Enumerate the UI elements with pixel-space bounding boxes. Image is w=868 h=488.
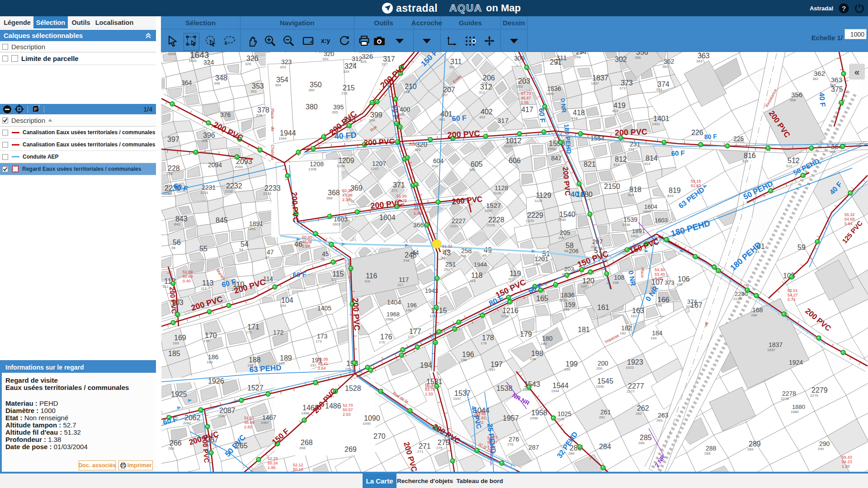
svg-text:276: 276 <box>509 436 519 443</box>
svg-text:1527: 1527 <box>247 384 264 392</box>
svg-text:1837: 1837 <box>769 341 783 348</box>
svg-text:605: 605 <box>469 168 476 172</box>
svg-text:228: 228 <box>168 164 180 172</box>
svg-text:50.57: 50.57 <box>343 408 353 412</box>
svg-text:231: 231 <box>628 147 635 151</box>
svg-text:48.06: 48.06 <box>302 239 312 244</box>
svg-text:52.12: 52.12 <box>293 463 303 467</box>
svg-text:1603: 1603 <box>332 222 340 226</box>
svg-text:49: 49 <box>482 253 486 258</box>
svg-text:197: 197 <box>489 368 495 372</box>
svg-text:40 F: 40 F <box>570 190 586 199</box>
svg-text:2232: 2232 <box>226 182 242 190</box>
svg-text:1643: 1643 <box>189 59 197 63</box>
svg-text:1545: 1545 <box>597 377 613 385</box>
svg-text:0.40: 0.40 <box>183 279 191 283</box>
svg-text:59: 59 <box>797 244 806 251</box>
svg-text:261: 261 <box>599 415 605 419</box>
svg-text:176: 176 <box>380 333 392 341</box>
svg-text:51: 51 <box>541 257 545 261</box>
svg-text:200: 200 <box>598 360 609 367</box>
svg-text:116: 116 <box>366 272 377 280</box>
svg-text:1544: 1544 <box>551 389 559 393</box>
svg-text:1891: 1891 <box>249 220 263 227</box>
svg-text:291: 291 <box>550 58 562 66</box>
svg-text:80 F: 80 F <box>704 133 717 141</box>
svg-text:Rue: Rue <box>409 142 417 146</box>
svg-text:326: 326 <box>362 52 373 60</box>
svg-text:45: 45 <box>322 250 329 258</box>
svg-text:2094: 2094 <box>208 161 222 169</box>
svg-text:54.77: 54.77 <box>487 436 498 440</box>
svg-text:845: 845 <box>216 216 228 224</box>
svg-text:812: 812 <box>613 163 620 167</box>
svg-text:2232: 2232 <box>225 189 233 193</box>
svg-text:399: 399 <box>370 111 382 119</box>
svg-text:417: 417 <box>521 106 533 113</box>
svg-text:200 PVC: 200 PVC <box>351 298 362 331</box>
svg-text:53.40: 53.40 <box>655 272 665 277</box>
svg-text:55.32: 55.32 <box>844 212 855 217</box>
svg-text:46.67: 46.67 <box>521 96 531 100</box>
svg-text:371: 371 <box>393 181 405 189</box>
svg-text:58: 58 <box>564 249 568 253</box>
svg-text:0 NR: 0 NR <box>559 98 568 113</box>
svg-text:207: 207 <box>443 86 455 94</box>
svg-text:263: 263 <box>656 418 663 422</box>
svg-text:51.09: 51.09 <box>183 270 193 274</box>
svg-text:119: 119 <box>509 270 521 277</box>
svg-text:1.38: 1.38 <box>414 211 422 216</box>
svg-text:324: 324 <box>203 59 214 66</box>
svg-text:43: 43 <box>441 256 445 260</box>
svg-text:348: 348 <box>214 81 220 85</box>
svg-text:166: 166 <box>656 303 662 307</box>
svg-text:176: 176 <box>379 340 385 344</box>
svg-text:1012: 1012 <box>504 144 512 148</box>
svg-text:106: 106 <box>676 282 683 286</box>
svg-text:1880: 1880 <box>791 410 799 414</box>
svg-text:1957: 1957 <box>503 414 519 422</box>
svg-text:843: 843 <box>174 222 180 226</box>
svg-text:60 F: 60 F <box>452 114 467 122</box>
svg-text:181: 181 <box>578 326 590 333</box>
svg-text:1553: 1553 <box>547 147 556 151</box>
svg-text:2279: 2279 <box>811 386 828 394</box>
svg-text:400: 400 <box>400 106 410 113</box>
svg-text:1544: 1544 <box>552 382 569 389</box>
svg-text:814: 814 <box>646 155 658 162</box>
svg-text:177: 177 <box>409 328 421 335</box>
svg-text:362: 362 <box>664 58 675 65</box>
svg-text:182: 182 <box>620 331 626 335</box>
svg-text:2231: 2231 <box>200 191 208 195</box>
svg-text:194: 194 <box>420 361 432 369</box>
svg-text:373: 373 <box>621 79 633 87</box>
svg-text:395: 395 <box>332 110 338 114</box>
svg-text:317: 317 <box>383 55 395 63</box>
svg-text:1891: 1891 <box>631 234 639 238</box>
svg-text:1025: 1025 <box>556 417 564 421</box>
svg-text:261: 261 <box>600 408 611 416</box>
svg-text:819: 819 <box>669 187 681 194</box>
svg-text:1129: 1129 <box>534 199 542 203</box>
svg-text:163: 163 <box>632 307 644 314</box>
svg-text:378: 378 <box>256 113 262 117</box>
svg-text:50.36: 50.36 <box>342 188 353 193</box>
svg-text:402: 402 <box>481 108 493 116</box>
svg-text:1207: 1207 <box>371 167 379 171</box>
svg-text:1836: 1836 <box>561 291 575 299</box>
svg-text:2278: 2278 <box>781 397 789 401</box>
svg-text:1538: 1538 <box>496 385 513 392</box>
svg-text:50.10: 50.10 <box>293 467 303 472</box>
svg-text:290: 290 <box>818 447 824 451</box>
svg-text:1836: 1836 <box>547 85 561 92</box>
svg-text:419: 419 <box>612 109 618 113</box>
svg-text:364: 364 <box>830 150 836 154</box>
svg-text:1209: 1209 <box>338 157 354 164</box>
svg-text:816: 816 <box>742 159 749 163</box>
svg-text:302: 302 <box>615 56 627 63</box>
svg-text:2.54: 2.54 <box>302 244 310 249</box>
svg-text:362: 362 <box>662 65 669 69</box>
svg-text:818: 818 <box>629 186 642 193</box>
svg-text:200 PVC: 200 PVC <box>447 129 480 140</box>
svg-text:113: 113 <box>201 286 207 291</box>
